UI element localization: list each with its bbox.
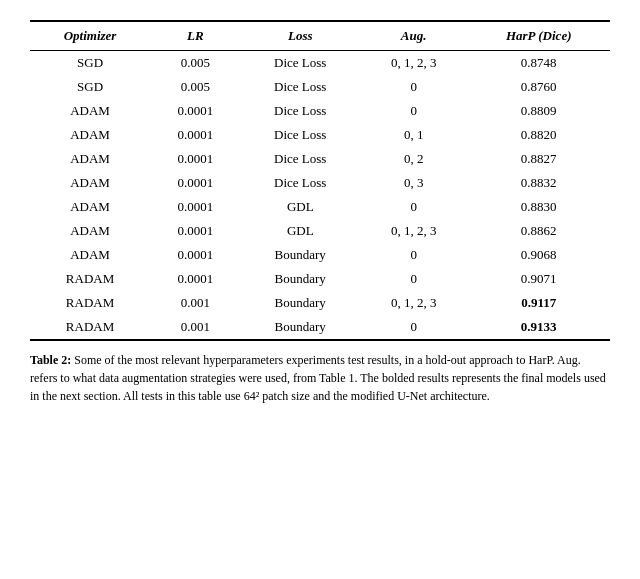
cell-loss: Boundary: [241, 243, 360, 267]
cell-aug: 0: [360, 267, 467, 291]
table-row: RADAM0.0001Boundary00.9071: [30, 267, 610, 291]
cell-optimizer: RADAM: [30, 267, 150, 291]
cell-optimizer: ADAM: [30, 123, 150, 147]
cell-lr: 0.0001: [150, 123, 240, 147]
cell-lr: 0.005: [150, 51, 240, 76]
cell-loss: GDL: [241, 219, 360, 243]
cell-loss: GDL: [241, 195, 360, 219]
cell-loss: Dice Loss: [241, 171, 360, 195]
cell-aug: 0: [360, 315, 467, 340]
table-row: ADAM0.0001Dice Loss0, 30.8832: [30, 171, 610, 195]
cell-aug: 0, 1, 2, 3: [360, 219, 467, 243]
col-loss: Loss: [241, 21, 360, 51]
cell-lr: 0.0001: [150, 171, 240, 195]
cell-loss: Boundary: [241, 291, 360, 315]
caption-text: Some of the most relevant hyperparameter…: [30, 353, 606, 403]
cell-optimizer: ADAM: [30, 219, 150, 243]
cell-harp: 0.9117: [467, 291, 610, 315]
cell-loss: Dice Loss: [241, 123, 360, 147]
cell-harp: 0.8748: [467, 51, 610, 76]
cell-aug: 0: [360, 75, 467, 99]
cell-aug: 0: [360, 243, 467, 267]
col-aug: Aug.: [360, 21, 467, 51]
results-table: Optimizer LR Loss Aug. HarP (Dice) SGD0.…: [30, 20, 610, 341]
table-row: RADAM0.001Boundary00.9133: [30, 315, 610, 340]
cell-harp: 0.8862: [467, 219, 610, 243]
cell-harp: 0.9133: [467, 315, 610, 340]
cell-optimizer: ADAM: [30, 99, 150, 123]
cell-optimizer: ADAM: [30, 171, 150, 195]
col-lr: LR: [150, 21, 240, 51]
table-container: Optimizer LR Loss Aug. HarP (Dice) SGD0.…: [30, 20, 610, 405]
cell-optimizer: RADAM: [30, 315, 150, 340]
cell-lr: 0.0001: [150, 267, 240, 291]
col-optimizer: Optimizer: [30, 21, 150, 51]
cell-harp: 0.9068: [467, 243, 610, 267]
table-row: ADAM0.0001Dice Loss0, 10.8820: [30, 123, 610, 147]
cell-harp: 0.8832: [467, 171, 610, 195]
cell-harp: 0.8830: [467, 195, 610, 219]
table-row: ADAM0.0001GDL0, 1, 2, 30.8862: [30, 219, 610, 243]
cell-lr: 0.0001: [150, 219, 240, 243]
table-header-row: Optimizer LR Loss Aug. HarP (Dice): [30, 21, 610, 51]
table-row: SGD0.005Dice Loss0, 1, 2, 30.8748: [30, 51, 610, 76]
cell-harp: 0.8760: [467, 75, 610, 99]
cell-lr: 0.0001: [150, 243, 240, 267]
cell-aug: 0: [360, 195, 467, 219]
cell-harp: 0.8827: [467, 147, 610, 171]
cell-optimizer: SGD: [30, 75, 150, 99]
cell-optimizer: ADAM: [30, 195, 150, 219]
cell-harp: 0.9071: [467, 267, 610, 291]
table-row: ADAM0.0001Dice Loss00.8809: [30, 99, 610, 123]
col-harp: HarP (Dice): [467, 21, 610, 51]
cell-lr: 0.0001: [150, 195, 240, 219]
cell-lr: 0.0001: [150, 99, 240, 123]
cell-aug: 0: [360, 99, 467, 123]
cell-loss: Dice Loss: [241, 51, 360, 76]
cell-harp: 0.8820: [467, 123, 610, 147]
cell-aug: 0, 1, 2, 3: [360, 51, 467, 76]
cell-loss: Dice Loss: [241, 75, 360, 99]
cell-aug: 0, 3: [360, 171, 467, 195]
table-row: ADAM0.0001GDL00.8830: [30, 195, 610, 219]
cell-loss: Dice Loss: [241, 99, 360, 123]
cell-lr: 0.005: [150, 75, 240, 99]
table-row: RADAM0.001Boundary0, 1, 2, 30.9117: [30, 291, 610, 315]
cell-loss: Dice Loss: [241, 147, 360, 171]
cell-loss: Boundary: [241, 315, 360, 340]
cell-optimizer: SGD: [30, 51, 150, 76]
cell-lr: 0.001: [150, 291, 240, 315]
cell-aug: 0, 1: [360, 123, 467, 147]
cell-aug: 0, 2: [360, 147, 467, 171]
table-row: ADAM0.0001Dice Loss0, 20.8827: [30, 147, 610, 171]
table-caption: Table 2: Some of the most relevant hyper…: [30, 351, 610, 405]
table-row: SGD0.005Dice Loss00.8760: [30, 75, 610, 99]
cell-lr: 0.001: [150, 315, 240, 340]
cell-harp: 0.8809: [467, 99, 610, 123]
cell-lr: 0.0001: [150, 147, 240, 171]
caption-label: Table 2:: [30, 353, 71, 367]
cell-optimizer: RADAM: [30, 291, 150, 315]
table-row: ADAM0.0001Boundary00.9068: [30, 243, 610, 267]
cell-optimizer: ADAM: [30, 147, 150, 171]
cell-aug: 0, 1, 2, 3: [360, 291, 467, 315]
cell-loss: Boundary: [241, 267, 360, 291]
cell-optimizer: ADAM: [30, 243, 150, 267]
